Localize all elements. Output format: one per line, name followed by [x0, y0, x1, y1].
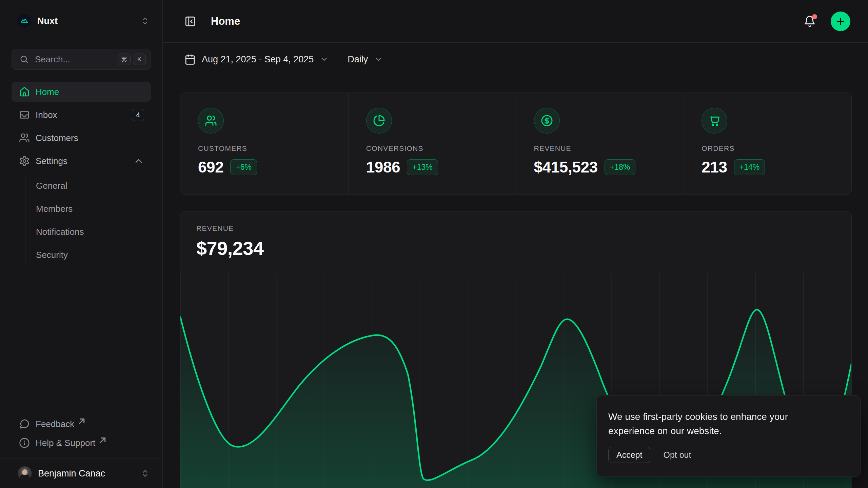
stat-label: CUSTOMERS	[198, 144, 348, 152]
chevrons-up-down-icon	[141, 17, 150, 25]
search-icon	[19, 55, 29, 64]
header-actions	[804, 12, 850, 31]
stat-delta-badge: +13%	[407, 159, 438, 175]
stat-orders[interactable]: ORDERS 213 +14%	[684, 93, 851, 195]
foot-link-label: Feedback	[36, 419, 74, 429]
sidebar-item-home[interactable]: Home	[12, 82, 151, 102]
external-link-arrow-icon	[97, 435, 108, 446]
stat-value: 1986	[366, 158, 400, 176]
date-range-picker[interactable]: Aug 21, 2025 - Sep 4, 2025	[184, 54, 329, 65]
sidebar-item-inbox[interactable]: Inbox 4	[12, 105, 151, 125]
revenue-chart-header: REVENUE $79,234	[180, 211, 851, 273]
inbox-icon	[19, 109, 30, 120]
sidebar-nav: Home Inbox 4 Customers Settings General …	[12, 82, 151, 266]
sidebar-item-security[interactable]: Security	[36, 243, 151, 266]
calendar-icon	[184, 54, 196, 65]
info-circle-icon	[19, 438, 30, 448]
revenue-chart-label: REVENUE	[196, 224, 851, 232]
settings-submenu: General Members Notifications Security	[25, 174, 151, 266]
team-name: Nuxt	[37, 16, 58, 26]
sidebar-item-members[interactable]: Members	[36, 197, 151, 220]
period-label: Daily	[348, 54, 368, 65]
external-link-arrow-icon	[76, 416, 87, 427]
help-support-link[interactable]: Help & Support	[12, 433, 151, 452]
page-title: Home	[211, 15, 240, 27]
search-kbd-hint: ⌘ K	[118, 54, 146, 65]
page-header: Home	[163, 0, 868, 43]
cookie-actions: Accept Opt out	[608, 447, 848, 463]
home-icon	[19, 86, 30, 97]
stats-row: CUSTOMERS 692 +6% CONVERSIONS 1986 +13%	[180, 93, 852, 195]
sidebar-footer: Feedback Help & Support Benjamin Canac	[12, 414, 151, 488]
sidebar-item-settings[interactable]: Settings	[12, 151, 151, 171]
cookie-banner: We use first-party cookies to enhance yo…	[596, 395, 861, 477]
foot-link-label: Help & Support	[36, 438, 95, 448]
collapse-sidebar-icon[interactable]	[184, 16, 196, 27]
users-icon	[205, 115, 217, 127]
stat-value: 692	[198, 158, 223, 176]
stat-delta-badge: +14%	[734, 159, 765, 175]
sidebar-item-general[interactable]: General	[36, 174, 151, 197]
message-bubble-icon	[19, 419, 30, 429]
stat-revenue[interactable]: REVENUE $415,523 +18%	[516, 93, 684, 195]
notification-dot	[812, 14, 817, 19]
gear-icon	[19, 156, 30, 166]
sidebar: Nuxt Search... ⌘ K Home Inbox 4 Cu	[0, 0, 163, 488]
shopping-cart-icon	[708, 115, 721, 127]
sidebar-item-notifications[interactable]: Notifications	[36, 220, 151, 243]
team-switcher[interactable]: Nuxt	[12, 12, 151, 30]
revenue-chart-value: $79,234	[196, 237, 851, 259]
stat-customers[interactable]: CUSTOMERS 692 +6%	[180, 93, 348, 195]
stat-delta-badge: +6%	[230, 159, 257, 175]
stat-icon-circle	[198, 108, 224, 134]
date-range-label: Aug 21, 2025 - Sep 4, 2025	[202, 54, 314, 65]
chevron-down-icon	[320, 55, 329, 64]
nav-label: Customers	[36, 133, 78, 143]
cookie-message: We use first-party cookies to enhance yo…	[608, 410, 818, 438]
stat-conversions[interactable]: CONVERSIONS 1986 +13%	[348, 93, 516, 195]
stat-delta-badge: +18%	[605, 159, 635, 175]
optout-cookies-button[interactable]: Opt out	[663, 450, 691, 460]
accept-cookies-button[interactable]: Accept	[608, 447, 650, 463]
stat-icon-circle	[366, 108, 392, 134]
stat-label: REVENUE	[534, 144, 684, 152]
stat-value: 213	[702, 158, 727, 176]
stat-icon-circle	[702, 108, 727, 134]
nav-label: Home	[36, 87, 59, 97]
period-select[interactable]: Daily	[348, 54, 383, 65]
user-menu[interactable]: Benjamin Canac	[12, 459, 151, 488]
add-button[interactable]	[831, 12, 850, 31]
user-name: Benjamin Canac	[38, 468, 105, 479]
stat-icon-circle	[534, 108, 560, 134]
chevrons-up-down-icon	[141, 469, 150, 478]
plus-icon	[835, 16, 846, 26]
chevron-down-icon	[374, 55, 383, 64]
stat-value: $415,523	[534, 158, 598, 176]
sidebar-item-customers[interactable]: Customers	[12, 128, 151, 148]
nav-label: Settings	[36, 156, 67, 166]
inbox-count-badge: 4	[132, 109, 144, 121]
nav-label: Inbox	[36, 110, 57, 120]
user-avatar	[18, 466, 32, 481]
notifications-button[interactable]	[804, 15, 816, 27]
stat-label: CONVERSIONS	[366, 144, 516, 152]
circle-dollar-icon	[541, 115, 553, 127]
search-input[interactable]: Search... ⌘ K	[12, 49, 151, 70]
pie-chart-icon	[373, 115, 385, 127]
search-placeholder: Search...	[35, 54, 70, 65]
filters-toolbar: Aug 21, 2025 - Sep 4, 2025 Daily	[163, 43, 868, 76]
feedback-link[interactable]: Feedback	[12, 414, 151, 433]
chevron-up-icon[interactable]	[133, 156, 144, 166]
nuxt-logo-icon	[18, 14, 31, 28]
kbd-key: K	[133, 54, 146, 65]
stat-label: ORDERS	[702, 144, 851, 152]
users-icon	[19, 133, 30, 143]
kbd-meta: ⌘	[118, 54, 131, 65]
